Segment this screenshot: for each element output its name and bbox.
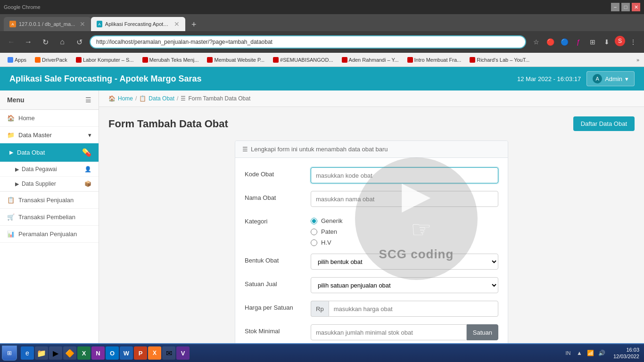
taskbar-folder-icon[interactable]: 📁 <box>35 346 48 360</box>
breadcrumb-dataobat-link[interactable]: Data Obat <box>149 95 174 102</box>
radio-hv-label: H.V <box>321 239 331 246</box>
history-button[interactable]: ↺ <box>73 35 86 49</box>
taskbar-outlook-icon[interactable]: O <box>106 346 119 360</box>
browser-tab-1[interactable]: A 127.0.0.1 / db_apt_ma... ✕ <box>4 17 91 31</box>
sidebar-item-transaksi-penjualan[interactable]: 📋 Transaksi Penjualan <box>0 192 99 209</box>
tray-network-icon[interactable]: 📶 <box>586 348 595 358</box>
home-button[interactable]: ⌂ <box>56 35 69 49</box>
taskbar-email-icon[interactable]: ✉ <box>162 346 175 360</box>
breadcrumb-form-icon: ☰ <box>181 95 186 102</box>
kategori-radio-group: Generik Paten H.V <box>311 214 498 246</box>
menu-icon[interactable]: ⋮ <box>627 36 639 48</box>
breadcrumb-home-icon: 🏠 <box>108 95 116 102</box>
radio-generik[interactable]: Generik <box>311 217 498 224</box>
user-profile-icon[interactable]: S <box>615 36 625 46</box>
tray-arrow-icon[interactable]: ▲ <box>575 348 584 358</box>
sidebar-toggle-icon[interactable]: ☰ <box>85 96 91 104</box>
radio-hv[interactable]: H.V <box>311 239 498 246</box>
bookmark-apps[interactable]: Apps <box>5 56 29 64</box>
sidebar-transaksi-penjualan-label: Transaksi Penjualan <box>18 197 74 204</box>
user-menu-button[interactable]: A Admin ▾ <box>586 71 635 86</box>
harga-input[interactable] <box>329 301 498 317</box>
bookmark-driverpack[interactable]: DriverPack <box>32 56 70 64</box>
bookmark-aden-icon <box>342 57 347 63</box>
sidebar-item-transaksi-pembelian[interactable]: 🛒 Transaksi Pembelian <box>0 209 99 226</box>
taskbar-ie-icon[interactable]: e <box>21 346 34 360</box>
tray-language-icon[interactable]: IN <box>563 348 573 358</box>
sidebar-group-data-master-header[interactable]: 📁 Data Master ▾ <box>0 127 99 143</box>
breadcrumb-dataobat-icon: 📋 <box>139 95 146 102</box>
window-title: Google Chrome <box>4 4 607 10</box>
browser-tab-2[interactable]: A Aplikasi Forecasting Apotek Mar... ✕ <box>91 17 185 31</box>
start-button[interactable]: ⊞ <box>2 346 17 361</box>
nama-obat-input[interactable] <box>311 191 498 207</box>
satuan-jual-select[interactable]: pilih satuan penjualan obat Strip Botol … <box>311 277 498 293</box>
forward-button[interactable]: → <box>22 35 35 49</box>
extension1-icon[interactable]: 🔴 <box>544 36 556 48</box>
stok-minimal-input-group: Satuan <box>311 324 498 340</box>
user-avatar-icon: A <box>593 74 602 83</box>
taskbar-media-icon[interactable]: ▶ <box>49 346 62 360</box>
bentuk-obat-select[interactable]: pilih bentuk obat Tablet Kapsul Sirup Sa… <box>311 254 498 270</box>
apps-icon[interactable]: ⊞ <box>586 36 599 48</box>
content-area: 🏠 Home / 📋 Data Obat / ☰ Form Tambah Dat… <box>99 90 644 343</box>
radio-hv-input[interactable] <box>311 239 317 246</box>
form-card: ☰ Lengkapi form ini untuk menambah data … <box>235 140 508 343</box>
daftar-data-obat-button[interactable]: Daftar Data Obat <box>573 116 635 131</box>
formula-icon[interactable]: ƒ <box>572 36 585 48</box>
sidebar-item-data-supplier[interactable]: ▶ Data Supplier 📦 <box>0 177 99 191</box>
download-icon[interactable]: ⬇ <box>601 36 613 48</box>
taskbar-powerpoint-icon[interactable]: P <box>134 346 147 360</box>
bookmarks-more[interactable]: » <box>636 57 639 63</box>
browser-window: Google Chrome − □ ✕ A 127.0.0.1 / db_apt… <box>0 0 644 362</box>
tray-volume-icon[interactable]: 🔊 <box>597 348 607 358</box>
sidebar-item-data-obat[interactable]: ▶ Data Obat 💊 <box>0 143 99 162</box>
bookmark-merubah[interactable]: Merubah Teks Menj... <box>140 56 202 64</box>
bookmark-star-icon[interactable]: ☆ <box>530 36 542 48</box>
tab2-close[interactable]: ✕ <box>174 20 180 28</box>
bookmark-labor[interactable]: Labor Komputer – S... <box>73 56 137 64</box>
taskbar-onenote-icon[interactable]: N <box>91 346 105 360</box>
radio-generik-label: Generik <box>321 217 343 224</box>
window-controls: − □ ✕ <box>611 3 640 11</box>
taskbar-excel-icon[interactable]: X <box>77 346 91 360</box>
radio-generik-input[interactable] <box>311 218 317 224</box>
taskbar-vs-icon[interactable]: V <box>176 346 190 360</box>
extension2-icon[interactable]: 🔵 <box>558 36 570 48</box>
radio-paten[interactable]: Paten <box>311 228 498 235</box>
taskbar-clock[interactable]: 16:03 12/03/2022 <box>611 346 642 360</box>
taskbar-word-icon[interactable]: W <box>120 346 133 360</box>
kode-obat-input[interactable] <box>311 167 498 183</box>
bookmark-driverpack-icon <box>35 57 41 63</box>
tab1-label: 127.0.0.1 / db_apt_ma... <box>19 21 75 27</box>
tab1-close[interactable]: ✕ <box>80 20 85 28</box>
taskbar-vlc-icon[interactable]: 🔶 <box>63 346 76 360</box>
bookmark-semuabisa[interactable]: #SEMUABISANGOD... <box>270 56 336 64</box>
bookmark-intro[interactable]: Intro Membuat Fra... <box>405 56 464 64</box>
radio-paten-input[interactable] <box>311 229 317 235</box>
close-button[interactable]: ✕ <box>632 3 640 11</box>
back-button[interactable]: ← <box>5 35 18 49</box>
tabs-bar: A 127.0.0.1 / db_apt_ma... ✕ A Aplikasi … <box>0 14 644 31</box>
breadcrumb-home-link[interactable]: Home <box>118 95 133 102</box>
powerpoint-icon: P <box>139 350 143 357</box>
maximize-button[interactable]: □ <box>621 3 630 11</box>
reload-button[interactable]: ↻ <box>39 35 52 49</box>
sidebar-item-peramalan-penjualan[interactable]: 📊 Peramalan Penjualan <box>0 226 99 243</box>
data-supplier-arrow: ▶ <box>15 181 19 187</box>
sidebar-item-data-pegawai[interactable]: ▶ Data Pegawai 👤 <box>0 162 99 177</box>
sidebar-item-home[interactable]: 🏠 Home <box>0 110 99 127</box>
sidebar-data-master-label: Data Master <box>18 132 52 139</box>
address-input[interactable] <box>90 35 526 49</box>
form-group-nama-obat: Nama Obat <box>245 191 498 207</box>
taskbar-xampp-icon[interactable]: X <box>148 346 161 360</box>
stok-satuan-button[interactable]: Satuan <box>467 324 498 340</box>
taskbar-items: e 📁 ▶ 🔶 X N O W P <box>18 346 560 360</box>
bookmark-richard[interactable]: Richard's Lab – YouT... <box>467 56 532 64</box>
bookmark-website[interactable]: Membuat Website P... <box>204 56 267 64</box>
minimize-button[interactable]: − <box>611 3 619 11</box>
bookmark-aden[interactable]: Aden Rahmandi – Y... <box>339 56 402 64</box>
bookmark-apps-icon <box>8 57 13 63</box>
new-tab-button[interactable]: + <box>187 18 200 31</box>
stok-minimal-input[interactable] <box>311 324 467 340</box>
